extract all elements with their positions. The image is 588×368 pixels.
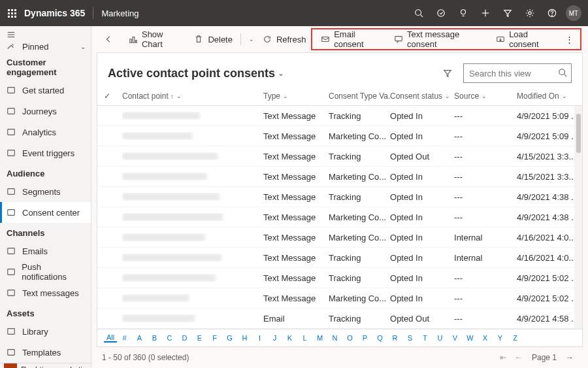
alpha-letter[interactable]: K bbox=[282, 334, 297, 342]
svg-rect-13 bbox=[8, 88, 15, 93]
alpha-letter[interactable]: W bbox=[463, 334, 478, 342]
col-modified[interactable]: Modified On⌄ bbox=[517, 92, 582, 101]
cell-consent-type: Marketing Co... bbox=[329, 233, 390, 243]
alpha-letter[interactable]: D bbox=[177, 334, 192, 342]
refresh-button[interactable]: Refresh bbox=[257, 30, 312, 48]
alpha-letter[interactable]: G bbox=[222, 334, 237, 342]
alpha-letter[interactable]: O bbox=[342, 334, 357, 342]
col-consent-status[interactable]: Consent status⌄ bbox=[390, 92, 454, 101]
view-title[interactable]: Active contact point consents bbox=[108, 67, 275, 80]
redacted-text bbox=[122, 173, 207, 180]
grid-header: ✓ Contact point↑⌄ Type⌄ Consent Type Va.… bbox=[97, 87, 582, 106]
alpha-all[interactable]: All bbox=[104, 333, 117, 343]
alpha-letter[interactable]: # bbox=[117, 334, 132, 342]
search-box[interactable] bbox=[463, 63, 572, 83]
sidebar-item-label: Text messages bbox=[22, 288, 79, 298]
lightbulb-icon[interactable] bbox=[452, 0, 474, 26]
alpha-letter[interactable]: I bbox=[252, 334, 267, 342]
cell-modified: 4/9/2021 5:02 ... bbox=[517, 293, 582, 303]
alpha-letter[interactable]: A bbox=[132, 334, 147, 342]
table-row[interactable]: Text MessageMarketing Co...Opted In---4/… bbox=[97, 126, 582, 146]
sidebar-item[interactable]: Emails bbox=[0, 241, 91, 261]
sidebar-item[interactable]: Library bbox=[0, 321, 91, 342]
table-row[interactable]: Text MessageTrackingOpted InInternal4/16… bbox=[97, 248, 582, 268]
alpha-letter[interactable]: F bbox=[207, 334, 222, 342]
col-source[interactable]: Source⌄ bbox=[454, 92, 517, 101]
load-consent-button[interactable]: Load consent bbox=[490, 30, 561, 48]
sidebar-item[interactable]: Consent center bbox=[0, 202, 91, 223]
cell-modified: 4/16/2021 4:0... bbox=[517, 233, 582, 243]
alpha-letter[interactable]: S bbox=[402, 334, 417, 342]
alpha-letter[interactable]: H bbox=[237, 334, 252, 342]
alpha-letter[interactable]: U bbox=[433, 334, 448, 342]
alpha-letter[interactable]: P bbox=[357, 334, 372, 342]
email-consent-button[interactable]: Email consent bbox=[315, 30, 388, 48]
add-icon[interactable] bbox=[474, 0, 497, 26]
overflow-button[interactable]: ⋮ bbox=[561, 30, 578, 48]
delete-dropdown[interactable]: ⌄ bbox=[244, 30, 257, 48]
text-consent-button[interactable]: Text message consent bbox=[388, 30, 490, 48]
table-row[interactable]: Text MessageMarketing Co...Opted In---4/… bbox=[97, 167, 582, 187]
back-button[interactable] bbox=[98, 30, 123, 48]
app-switcher[interactable]: RM Real-time marketi… ⌄ bbox=[0, 363, 91, 368]
sidebar-item[interactable]: Push notifications bbox=[0, 261, 91, 282]
alpha-letter[interactable]: J bbox=[267, 334, 282, 342]
sidebar-item[interactable]: Get started bbox=[0, 80, 91, 101]
module-name[interactable]: Marketing bbox=[101, 8, 139, 18]
gear-icon[interactable] bbox=[519, 0, 541, 26]
alpha-letter[interactable]: B bbox=[147, 334, 162, 342]
brand-name[interactable]: Dynamics 365 bbox=[24, 8, 85, 18]
sidebar-item[interactable]: Event triggers bbox=[0, 142, 91, 163]
svg-point-3 bbox=[461, 10, 466, 14]
sidebar-item[interactable]: Analytics bbox=[0, 122, 91, 142]
prev-page-icon[interactable]: ← bbox=[511, 353, 527, 362]
sidebar-item[interactable]: Text messages bbox=[0, 282, 91, 303]
table-row[interactable]: Text MessageTrackingOpted In---4/9/2021 … bbox=[97, 268, 582, 288]
assistant-icon[interactable] bbox=[430, 0, 452, 26]
table-row[interactable]: Text MessageTrackingOpted Out---4/15/202… bbox=[97, 146, 582, 167]
col-type[interactable]: Type⌄ bbox=[263, 92, 329, 101]
search-icon[interactable] bbox=[558, 68, 567, 79]
sidebar-item[interactable]: Journeys bbox=[0, 101, 91, 122]
col-contact-point[interactable]: Contact point↑⌄ bbox=[122, 92, 263, 101]
next-page-icon[interactable]: → bbox=[562, 353, 578, 362]
alpha-letter[interactable]: T bbox=[417, 334, 433, 342]
table-row[interactable]: Text MessageMarketing Co...Opted In---4/… bbox=[97, 288, 582, 309]
table-row[interactable]: EmailTrackingOpted Out---4/9/2021 4:58 .… bbox=[97, 309, 582, 329]
alpha-letter[interactable]: Q bbox=[372, 334, 387, 342]
search-icon[interactable] bbox=[408, 0, 430, 26]
alpha-letter[interactable]: L bbox=[297, 334, 312, 342]
collapse-nav-icon[interactable] bbox=[0, 26, 91, 41]
sidebar-pinned[interactable]: Pinned ⌄ bbox=[0, 41, 91, 52]
col-consent-type[interactable]: Consent Type Va...⌄ bbox=[329, 92, 390, 101]
cell-consent-type: Tracking bbox=[329, 111, 390, 121]
select-all-checkbox[interactable]: ✓ bbox=[104, 92, 122, 101]
alpha-letter[interactable]: C bbox=[162, 334, 177, 342]
alpha-letter[interactable]: E bbox=[192, 334, 207, 342]
alpha-letter[interactable]: Z bbox=[508, 334, 523, 342]
vertical-scrollbar[interactable] bbox=[574, 106, 582, 329]
chevron-down-icon[interactable]: ⌄ bbox=[278, 69, 284, 78]
app-launcher-icon[interactable] bbox=[8, 9, 16, 18]
table-row[interactable]: Text MessageTrackingOpted In---4/9/2021 … bbox=[97, 187, 582, 207]
sidebar-item[interactable]: Segments bbox=[0, 181, 91, 202]
alpha-letter[interactable]: N bbox=[327, 334, 342, 342]
alpha-letter[interactable]: M bbox=[312, 334, 327, 342]
alpha-letter[interactable]: Y bbox=[493, 334, 508, 342]
filter-icon[interactable] bbox=[497, 0, 519, 26]
sidebar-item[interactable]: Templates bbox=[0, 342, 91, 363]
help-icon[interactable] bbox=[541, 0, 563, 26]
cell-type: Text Message bbox=[263, 293, 329, 303]
table-row[interactable]: Text MessageTrackingOpted In---4/9/2021 … bbox=[97, 106, 582, 126]
alpha-letter[interactable]: X bbox=[478, 334, 493, 342]
alpha-letter[interactable]: R bbox=[387, 334, 402, 342]
delete-button[interactable]: Delete bbox=[188, 30, 238, 48]
search-input[interactable] bbox=[468, 68, 558, 79]
show-chart-button[interactable]: Show Chart bbox=[123, 30, 188, 48]
table-row[interactable]: Text MessageMarketing Co...Opted InInter… bbox=[97, 227, 582, 248]
avatar[interactable]: MT bbox=[566, 5, 581, 21]
table-row[interactable]: Text MessageMarketing Co...Opted In---4/… bbox=[97, 207, 582, 227]
column-filter-button[interactable] bbox=[438, 69, 457, 78]
alpha-letter[interactable]: V bbox=[448, 334, 463, 342]
first-page-icon[interactable]: ⇤ bbox=[495, 353, 511, 362]
